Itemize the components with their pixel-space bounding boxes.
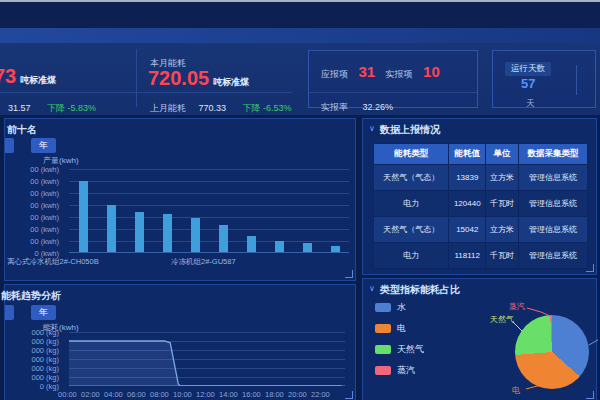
top-navigation-bar [0, 0, 600, 28]
axis-tick: 02:00 [81, 390, 100, 399]
reported-items-label: 实报项 [386, 69, 413, 79]
table-cell: 118112 [449, 243, 486, 269]
table-cell: 120440 [449, 191, 486, 217]
panel-energy-trend: 能耗趋势分析 年 能耗(kwh) 000 (kg)000 (kg)000 (kg… [4, 284, 356, 400]
legend-item[interactable]: 电 [375, 322, 424, 335]
stat-run-days-box: 运行天数 57 天 [492, 50, 596, 108]
axis-tick: 22:00 [311, 390, 330, 399]
bar [135, 212, 144, 252]
bar [247, 236, 256, 252]
tab-year[interactable]: 年 [31, 138, 56, 153]
table-cell: 电力 [374, 191, 449, 217]
table-column-header: 能耗值 [449, 144, 486, 165]
chevron-icon[interactable]: ∨ [369, 284, 375, 293]
table-column-header: 数据采集类型 [519, 144, 588, 165]
stat-report-box: 应报项 31 实报项 10 实报率 32.26% [308, 50, 478, 108]
legend-swatch [375, 324, 391, 333]
rank-x-label-1: 离心式冷水机组2#-CH050B [7, 257, 99, 267]
legend-item[interactable]: 天然气 [375, 343, 424, 356]
due-items-value: 31 [358, 63, 375, 80]
prev-day-delta: 下降 -5.83% [47, 103, 96, 113]
bar [275, 241, 284, 252]
due-items-label: 应报项 [321, 69, 348, 79]
run-days-unit: 天 [526, 98, 535, 108]
axis-tick: 12:00 [196, 390, 215, 399]
sub-header-strip [0, 28, 600, 43]
prev-month-delta: 下降 -6.53% [242, 103, 291, 113]
legend-swatch [375, 303, 391, 312]
dashboard: 73吨标准煤 31.57 下降 -5.83% 本月能耗 720.05吨标准煤 上… [0, 0, 600, 400]
stat-month-energy-prev: 上月能耗 770.33 下降 -6.53% [150, 97, 291, 115]
table-cell: 天然气（气态） [374, 165, 449, 191]
axis-tick: 04:00 [104, 390, 123, 399]
kpi-stats-band: 73吨标准煤 31.57 下降 -5.83% 本月能耗 720.05吨标准煤 上… [0, 43, 600, 115]
axis-tick: 10:00 [173, 390, 192, 399]
pie-label-electricity: 电 [512, 385, 520, 396]
table-cell: 管理信息系统 [519, 165, 588, 191]
axis-tick: 00 (kwh) [1, 213, 59, 222]
pie-legend: 水电天然气蒸汽 [375, 301, 424, 385]
rank-panel-title: 前十名 [7, 123, 37, 137]
stat-today-energy: 73吨标准煤 [0, 65, 56, 88]
axis-tick: 16:00 [242, 390, 261, 399]
axis-tick: 00 (kwh) [1, 177, 59, 186]
table-cell: 管理信息系统 [519, 217, 588, 243]
month-energy-value: 720.05 [148, 67, 209, 89]
table-row: 电力118112千瓦时管理信息系统 [374, 243, 588, 269]
trend-panel-title: 能耗趋势分析 [1, 289, 61, 303]
pie-label-steam: 蒸汽 [509, 301, 525, 312]
bar [163, 214, 172, 252]
legend-item[interactable]: 水 [375, 301, 424, 314]
pie-label-gas: 天然气 [490, 314, 514, 325]
table-cell: 13839 [449, 165, 486, 191]
legend-swatch [375, 345, 391, 354]
axis-tick: 00 (kwh) [1, 201, 59, 210]
today-energy-value: 73 [0, 65, 16, 87]
table-row: 天然气（气态）15042立方米管理信息系统 [374, 217, 588, 243]
axis-tick: 000 (kg) [1, 364, 59, 373]
chevron-icon[interactable]: ∨ [369, 124, 375, 133]
panel-data-report: ∨ 数据上报情况 能耗类型能耗值单位数据采集类型 天然气（气态）13839立方米… [362, 118, 597, 275]
legend-label: 水 [397, 301, 406, 314]
panel-energy-rank: 前十名 年 产量(kwh) 00 (kwh)00 (kwh)00 (kwh)00… [4, 118, 356, 281]
prev-month-label: 上月能耗 [150, 103, 186, 113]
bar [331, 246, 340, 252]
axis-tick: 00 (kwh) [1, 189, 59, 198]
axis-tick: 000 (kg) [1, 328, 59, 337]
stat-today-energy-prev: 31.57 下降 -5.83% [8, 97, 96, 115]
trend-y-ticks: 000 (kg)000 (kg)000 (kg)000 (kg)000 (kg)… [5, 332, 63, 386]
report-rate-value: 32.26% [362, 102, 393, 112]
table-cell: 15042 [449, 217, 486, 243]
report-table: 能耗类型能耗值单位数据采集类型 天然气（气态）13839立方米管理信息系统电力1… [373, 143, 588, 269]
partial-tab[interactable] [5, 305, 14, 320]
bar [191, 218, 200, 252]
tab-year[interactable]: 年 [31, 305, 56, 320]
table-cell: 立方米 [486, 217, 519, 243]
rank-bar-plot [69, 169, 349, 253]
stats-divider [0, 92, 292, 93]
axis-tick: 14:00 [219, 390, 238, 399]
stat-month-energy: 720.05吨标准煤 [148, 67, 249, 90]
table-row: 电力120440千瓦时管理信息系统 [374, 191, 588, 217]
axis-tick: 000 (kg) [1, 337, 59, 346]
report-rate-label: 实报率 [321, 102, 348, 112]
legend-item[interactable]: 蒸汽 [375, 364, 424, 377]
axis-tick: 08:00 [150, 390, 169, 399]
partial-tab[interactable] [5, 138, 14, 153]
run-days-value: 57 [521, 76, 535, 91]
legend-label: 电 [397, 322, 406, 335]
pie-chart [515, 315, 589, 389]
table-row: 天然气（气态）13839立方米管理信息系统 [374, 165, 588, 191]
today-energy-unit: 吨标准煤 [20, 75, 56, 85]
stats-divider [136, 49, 137, 107]
axis-tick: 00 (kwh) [1, 165, 59, 174]
table-column-header: 能耗类型 [374, 144, 449, 165]
axis-tick: 20:00 [288, 390, 307, 399]
bar [107, 205, 116, 252]
pie-panel-title: 类型指标能耗占比 [380, 283, 460, 297]
reported-items-value: 10 [423, 63, 440, 80]
axis-tick: 00 (kwh) [1, 237, 59, 246]
legend-label: 天然气 [397, 343, 424, 356]
bar [303, 243, 312, 252]
legend-label: 蒸汽 [397, 364, 415, 377]
